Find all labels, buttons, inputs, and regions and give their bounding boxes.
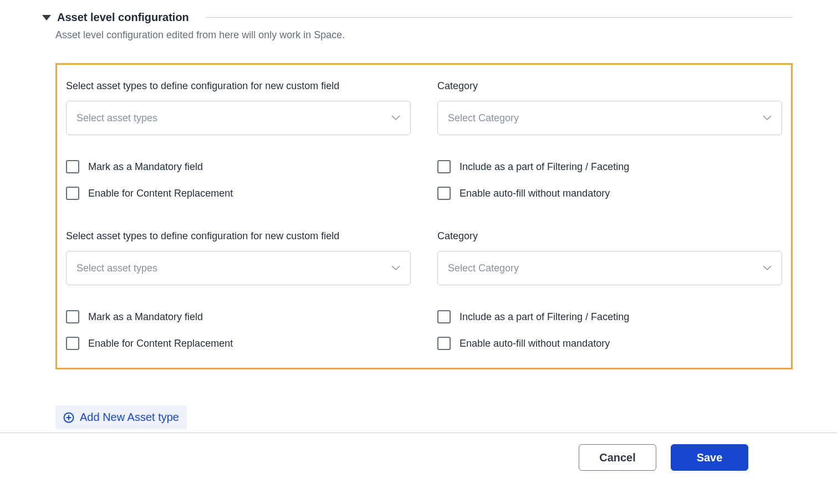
mandatory-label: Mark as a Mandatory field (88, 311, 203, 323)
config-highlight-box: Select asset types to define configurati… (55, 63, 793, 369)
checkbox-icon (66, 160, 79, 173)
autofill-checkbox[interactable]: Enable auto-fill without mandatory (437, 187, 610, 200)
content-replacement-label: Enable for Content Replacement (88, 338, 233, 349)
autofill-label: Enable auto-fill without mandatory (460, 188, 610, 199)
chevron-down-icon (391, 265, 400, 271)
mandatory-checkbox[interactable]: Mark as a Mandatory field (66, 160, 203, 173)
chevron-down-icon (763, 115, 772, 121)
content-replacement-checkbox[interactable]: Enable for Content Replacement (66, 187, 233, 200)
asset-types-label: Select asset types to define configurati… (66, 230, 411, 242)
category-placeholder: Select Category (448, 263, 519, 274)
svg-marker-0 (42, 15, 51, 20)
asset-types-placeholder: Select asset types (76, 112, 157, 124)
save-button[interactable]: Save (671, 444, 748, 471)
plus-circle-icon (63, 412, 74, 423)
cancel-button[interactable]: Cancel (579, 444, 656, 471)
asset-types-select[interactable]: Select asset types (66, 251, 411, 285)
chevron-down-icon (391, 115, 400, 121)
checkbox-icon (66, 337, 79, 350)
category-placeholder: Select Category (448, 112, 519, 124)
asset-types-placeholder: Select asset types (76, 263, 157, 274)
add-new-asset-type-label: Add New Asset type (80, 411, 179, 424)
chevron-down-icon (763, 265, 772, 271)
filtering-label: Include as a part of Filtering / Facetin… (460, 161, 629, 173)
asset-config-block: Select asset types to define configurati… (66, 230, 782, 350)
section-divider (206, 17, 793, 18)
asset-config-block: Select asset types to define configurati… (66, 80, 782, 200)
section-subtitle: Asset level configuration edited from he… (55, 29, 793, 41)
category-label: Category (437, 230, 782, 242)
checkbox-icon (66, 187, 79, 200)
content-replacement-label: Enable for Content Replacement (88, 188, 233, 199)
filtering-checkbox[interactable]: Include as a part of Filtering / Facetin… (437, 160, 629, 173)
mandatory-checkbox[interactable]: Mark as a Mandatory field (66, 310, 203, 323)
checkbox-icon (437, 187, 451, 200)
mandatory-label: Mark as a Mandatory field (88, 161, 203, 173)
checkbox-icon (437, 337, 451, 350)
asset-types-select[interactable]: Select asset types (66, 101, 411, 135)
cancel-label: Cancel (599, 451, 636, 464)
save-label: Save (697, 451, 723, 464)
caret-down-icon[interactable] (42, 15, 52, 20)
category-label: Category (437, 80, 782, 92)
asset-types-label: Select asset types to define configurati… (66, 80, 411, 92)
category-select[interactable]: Select Category (437, 251, 782, 285)
autofill-label: Enable auto-fill without mandatory (460, 338, 610, 349)
checkbox-icon (437, 310, 451, 323)
content-replacement-checkbox[interactable]: Enable for Content Replacement (66, 337, 233, 350)
checkbox-icon (437, 160, 451, 173)
section-title: Asset level configuration (57, 11, 189, 24)
category-select[interactable]: Select Category (437, 101, 782, 135)
checkbox-icon (66, 310, 79, 323)
filtering-checkbox[interactable]: Include as a part of Filtering / Facetin… (437, 310, 629, 323)
filtering-label: Include as a part of Filtering / Facetin… (460, 311, 629, 323)
autofill-checkbox[interactable]: Enable auto-fill without mandatory (437, 337, 610, 350)
add-new-asset-type-button[interactable]: Add New Asset type (55, 405, 187, 429)
